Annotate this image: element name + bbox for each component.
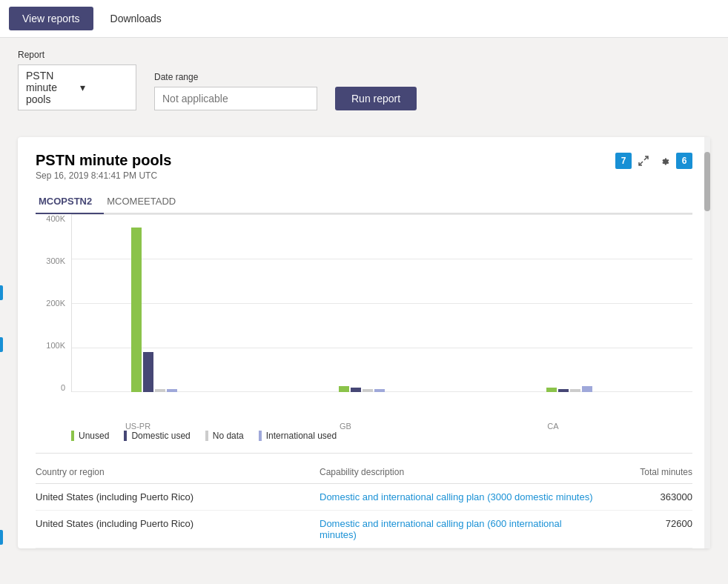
legend-nodata: No data [205,431,244,441]
y-label-100k: 100K [36,341,71,350]
bar-usppr-domestic [143,352,153,392]
table-row: United States (including Puerto Rico) Do… [36,484,692,511]
td-total-0: 363000 [603,491,692,502]
view-reports-button[interactable]: View reports [9,7,93,30]
side-badge-1: 1 [0,285,3,300]
bars-usppr [131,228,177,392]
expand-icon[interactable] [635,152,652,170]
bar-ca-unused [546,388,557,392]
badge-6-button[interactable]: 6 [676,153,692,169]
th-country: Country or region [36,467,314,477]
chart-plot [71,214,692,392]
x-label-ca: CA [547,422,558,431]
chart-y-axis: 0 100K 200K 300K 400K [36,214,71,392]
settings-icon[interactable] [655,152,673,170]
filter-bar: Report PSTN minute pools ▾ Date range Ru… [0,38,728,125]
td-country-1: United States (including Puerto Rico) [36,518,314,540]
legend-label-nodata: No data [213,431,244,441]
td-country-0: United States (including Puerto Rico) [36,491,314,502]
legend-label-unused: Unused [79,431,109,441]
scrollbar[interactable] [704,137,710,548]
th-capability: Capability description [320,467,598,477]
report-select-value: PSTN minute pools [26,70,74,105]
legend-color-international [259,431,262,441]
y-label-200k: 200K [36,299,71,308]
bar-ca-international [582,386,592,392]
legend-color-nodata [205,431,208,441]
bar-ca-domestic [558,389,569,392]
bar-usppr-international [167,389,177,392]
tab-mcopstn2[interactable]: MCOPSTN2 [36,190,104,214]
bars-gb [339,386,385,392]
report-header: PSTN minute pools Sep 16, 2019 8:41:41 P… [36,152,692,181]
badge-7-button[interactable]: 7 [615,153,632,169]
header-actions: 7 6 [615,152,692,170]
chart-area: 0 100K 200K 300K 400K [36,214,692,422]
date-range-input[interactable] [154,87,317,110]
y-label-400k: 400K [36,214,71,223]
legend-label-domestic: Domestic used [131,431,190,441]
date-range-filter-group: Date range [154,72,317,110]
y-label-0: 0 [36,383,71,392]
table-row: United States (including Puerto Rico) Do… [36,511,692,548]
report-date: Sep 16, 2019 8:41:41 PM UTC [36,170,171,181]
grid-line-400k [72,214,692,215]
bar-gb-international [374,389,385,392]
y-label-300k: 300K [36,256,71,265]
table-section: Country or region Capability description… [36,453,692,548]
scrollbar-thumb[interactable] [704,152,710,211]
report-filter-group: Report PSTN minute pools ▾ [18,50,136,110]
run-report-button[interactable]: Run report [335,87,417,110]
x-label-usppr: US-PR [125,422,150,431]
chevron-down-icon: ▾ [80,82,128,93]
legend-color-domestic [124,431,127,441]
td-total-1: 72600 [603,518,692,540]
table-header: Country or region Capability description… [36,462,692,484]
legend-international: International used [259,431,337,441]
x-label-gb: GB [340,422,351,431]
bar-ca-nodata [570,389,580,392]
legend-unused: Unused [71,431,109,441]
bars-ca [546,386,592,392]
report-label: Report [18,50,136,60]
tab-mcomeetadd[interactable]: MCOMEETADD [104,190,188,214]
td-capability-0[interactable]: Domestic and international calling plan … [320,491,598,502]
bar-usppr-nodata [155,389,165,392]
th-total: Total minutes [603,467,692,477]
downloads-button[interactable]: Downloads [96,6,176,31]
bar-usppr-unused [131,228,142,392]
tab-bar: MCOPSTN2 MCOMEETADD [36,190,692,214]
legend-label-international: International used [266,431,337,441]
bar-gb-unused [339,386,349,392]
legend-domestic: Domestic used [124,431,190,441]
report-select[interactable]: PSTN minute pools ▾ [18,64,136,110]
date-range-label: Date range [154,72,317,82]
bar-gb-nodata [363,389,373,392]
side-badge-3: 3 [0,530,3,545]
td-capability-1[interactable]: Domestic and international calling plan … [320,518,598,540]
bar-gb-domestic [351,388,361,392]
legend-color-unused [71,431,74,441]
report-container: PSTN minute pools Sep 16, 2019 8:41:41 P… [18,137,710,548]
side-badge-2: 2 [0,337,3,352]
report-title: PSTN minute pools [36,152,171,169]
